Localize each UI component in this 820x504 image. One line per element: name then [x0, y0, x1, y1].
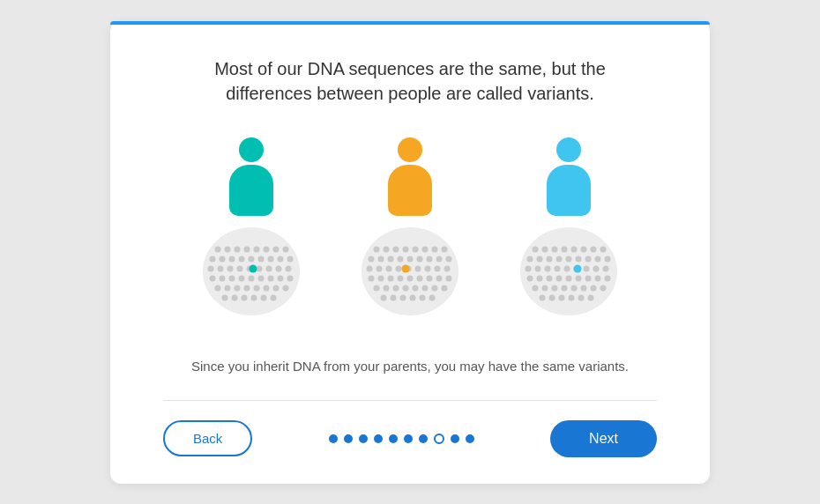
svg-point-51 [362, 227, 458, 315]
svg-point-150 [578, 294, 585, 300]
dot-svg-teal [198, 223, 304, 320]
svg-point-83 [417, 275, 423, 281]
svg-point-74 [415, 265, 421, 271]
svg-point-14 [258, 256, 265, 262]
svg-point-93 [432, 285, 438, 291]
svg-point-69 [367, 265, 373, 271]
svg-point-17 [287, 256, 294, 262]
svg-point-77 [444, 265, 451, 271]
svg-point-110 [600, 246, 607, 252]
svg-point-91 [413, 285, 419, 291]
progress-bar [110, 21, 710, 25]
svg-point-65 [417, 256, 423, 262]
svg-point-16 [278, 256, 284, 262]
person-body-teal [229, 165, 273, 216]
svg-point-30 [239, 275, 245, 281]
page-dot-2 [344, 434, 353, 443]
svg-point-1 [215, 246, 221, 252]
svg-point-95 [381, 294, 387, 300]
svg-point-96 [391, 294, 397, 300]
svg-point-60 [369, 256, 375, 262]
svg-point-100 [429, 294, 436, 300]
svg-point-52 [374, 246, 380, 252]
svg-point-76 [435, 265, 441, 271]
svg-point-6 [264, 246, 270, 252]
svg-point-33 [268, 275, 274, 281]
svg-point-117 [585, 256, 592, 262]
svg-point-136 [595, 275, 601, 281]
svg-point-12 [239, 256, 245, 262]
page-dot-7 [419, 434, 428, 443]
svg-point-35 [287, 275, 294, 281]
svg-point-53 [384, 246, 390, 252]
svg-point-66 [427, 256, 433, 262]
svg-point-140 [552, 285, 558, 291]
svg-point-109 [591, 246, 597, 252]
svg-point-134 [576, 275, 582, 281]
svg-point-97 [400, 294, 406, 300]
page-dot-10 [466, 434, 474, 443]
svg-point-89 [393, 285, 399, 291]
svg-point-3 [235, 246, 241, 252]
svg-point-59 [442, 246, 448, 252]
svg-point-94 [442, 285, 448, 291]
svg-point-118 [595, 256, 601, 262]
svg-point-5 [254, 246, 260, 252]
svg-point-129 [527, 275, 533, 281]
svg-point-132 [556, 275, 563, 281]
svg-point-15 [268, 256, 274, 262]
next-button[interactable]: Next [550, 420, 657, 457]
svg-point-101 [402, 264, 410, 272]
svg-point-133 [566, 275, 572, 281]
svg-point-103 [533, 246, 539, 252]
svg-point-54 [393, 246, 399, 252]
svg-point-61 [378, 256, 384, 262]
svg-point-56 [413, 246, 419, 252]
svg-point-120 [526, 265, 532, 271]
svg-point-92 [422, 285, 429, 291]
svg-point-147 [549, 294, 555, 300]
dot-grid-gold [357, 223, 463, 320]
svg-point-126 [584, 265, 590, 271]
svg-point-67 [436, 256, 443, 262]
footer: Back Next [163, 400, 657, 457]
svg-point-21 [237, 265, 243, 271]
person-body-gold [388, 165, 432, 216]
main-card: Most of our DNA sequences are the same, … [110, 21, 710, 484]
svg-point-135 [585, 275, 592, 281]
svg-point-37 [225, 285, 231, 291]
svg-point-142 [571, 285, 578, 291]
svg-point-139 [542, 285, 548, 291]
svg-point-152 [574, 264, 582, 272]
svg-point-114 [556, 256, 563, 262]
svg-point-39 [244, 285, 250, 291]
svg-point-71 [386, 265, 392, 271]
svg-point-18 [208, 265, 214, 271]
svg-point-13 [249, 256, 255, 262]
person-icon-teal [229, 137, 273, 216]
svg-point-50 [250, 264, 257, 272]
svg-point-79 [378, 275, 384, 281]
page-dot-4 [374, 434, 383, 443]
svg-point-11 [229, 256, 235, 262]
svg-point-23 [257, 265, 263, 271]
svg-point-143 [581, 285, 587, 291]
svg-point-141 [562, 285, 568, 291]
svg-point-123 [555, 265, 561, 271]
svg-point-64 [407, 256, 414, 262]
svg-point-27 [210, 275, 216, 281]
svg-point-99 [420, 294, 426, 300]
svg-point-19 [218, 265, 224, 271]
dot-grid-teal [198, 223, 304, 320]
back-button[interactable]: Back [163, 420, 252, 456]
svg-point-149 [569, 294, 575, 300]
svg-point-62 [388, 256, 394, 262]
svg-point-75 [425, 265, 431, 271]
dot-svg-gold [357, 223, 463, 320]
svg-point-68 [446, 256, 452, 262]
svg-point-85 [436, 275, 443, 281]
svg-point-148 [559, 294, 565, 300]
svg-point-43 [283, 285, 289, 291]
svg-point-138 [533, 285, 539, 291]
svg-point-104 [542, 246, 548, 252]
